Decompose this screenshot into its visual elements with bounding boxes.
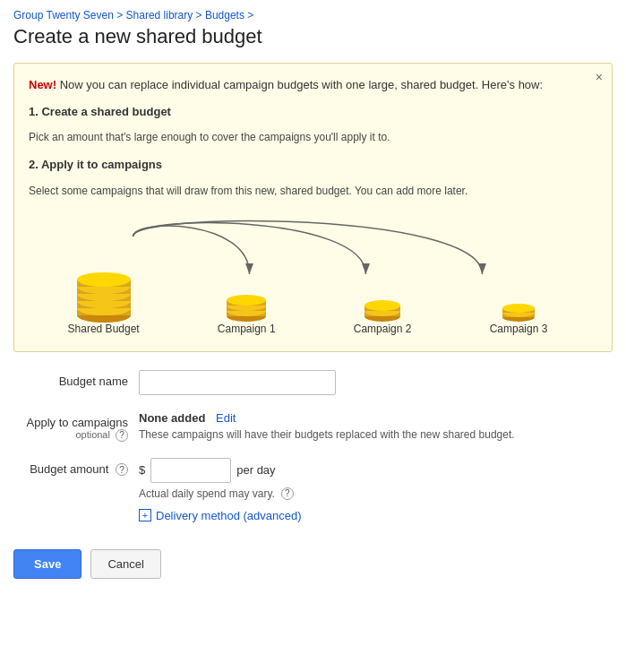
diagram-label-campaign2: Campaign 2 — [354, 323, 412, 335]
budget-name-input[interactable] — [139, 370, 336, 395]
edit-link[interactable]: Edit — [216, 411, 236, 425]
campaign-desc: These campaigns will have their budgets … — [139, 428, 613, 441]
budget-amount-content: $ per day Actual daily spend may vary. ?… — [139, 458, 613, 522]
diagram-label-campaign3: Campaign 3 — [490, 323, 548, 335]
diagram-item-campaign2: Campaign 2 — [354, 282, 412, 335]
coin-stack-campaign1 — [219, 273, 273, 323]
delivery-method-text: Delivery method (advanced) — [156, 509, 302, 522]
diagram-item-shared: Shared Budget — [68, 260, 140, 335]
apply-campaigns-sublabel: optional ? — [13, 429, 128, 442]
actual-spend-note: Actual daily spend may vary. ? — [139, 487, 613, 500]
apply-campaigns-help-icon[interactable]: ? — [116, 429, 128, 442]
diagram-item-campaign3: Campaign 3 — [490, 287, 548, 335]
footer-buttons: Save Cancel — [13, 549, 613, 579]
delivery-method-link[interactable]: + Delivery method (advanced) — [139, 509, 613, 522]
breadcrumb-shared-library[interactable]: Shared library — [126, 9, 193, 22]
budget-amount-input-row: $ per day — [139, 458, 613, 483]
svg-point-18 — [227, 295, 266, 306]
diagram-item-campaign1: Campaign 1 — [218, 273, 276, 335]
svg-point-11 — [77, 272, 131, 287]
page-container: Group Twenty Seven > Shared library > Bu… — [0, 0, 626, 597]
amount-input[interactable] — [150, 458, 231, 483]
per-day-label: per day — [236, 463, 275, 477]
none-added-edit-line: None added Edit — [139, 411, 613, 425]
new-label: New! — [29, 78, 56, 91]
none-added-text: None added — [139, 411, 205, 425]
step2-desc: Select some campaigns that will draw fro… — [29, 183, 587, 199]
actual-spend-help-icon[interactable]: ? — [281, 487, 294, 500]
page-title: Create a new shared budget — [13, 25, 613, 48]
coin-stack-campaign2 — [358, 282, 407, 323]
diagram-coins: Shared Budget Campaign 1 — [29, 260, 587, 335]
dollar-sign: $ — [139, 463, 145, 477]
step1-title: 1. Create a shared budget — [29, 103, 587, 121]
breadcrumb: Group Twenty Seven > Shared library > Bu… — [13, 9, 613, 22]
svg-point-23 — [364, 300, 400, 311]
coin-stack-campaign3 — [496, 287, 541, 323]
budget-amount-row: Budget amount ? $ per day Actual daily s… — [13, 458, 613, 522]
save-button[interactable]: Save — [13, 549, 81, 579]
budget-amount-help-icon[interactable]: ? — [116, 463, 128, 476]
budget-name-label: Budget name — [13, 370, 139, 388]
step2-title: 2. Apply it to campaigns — [29, 156, 587, 174]
budget-name-content — [139, 370, 613, 395]
diagram-wrapper: Shared Budget Campaign 1 — [29, 210, 587, 335]
breadcrumb-budgets[interactable]: Budgets — [205, 9, 244, 22]
apply-campaigns-content: None added Edit These campaigns will hav… — [139, 411, 613, 441]
plus-box-icon: + — [139, 509, 151, 521]
apply-campaigns-label: Apply to campaigns optional ? — [13, 411, 139, 442]
budget-name-row: Budget name — [13, 370, 613, 395]
step1-desc: Pick an amount that's large enough to co… — [29, 129, 587, 145]
info-box: × New! Now you can replace individual ca… — [13, 63, 613, 352]
coin-stack-shared — [68, 260, 140, 323]
close-button[interactable]: × — [596, 71, 603, 83]
cancel-button[interactable]: Cancel — [90, 549, 160, 579]
diagram-label-campaign1: Campaign 1 — [218, 323, 276, 335]
svg-point-28 — [502, 304, 535, 313]
apply-campaigns-row: Apply to campaigns optional ? None added… — [13, 411, 613, 442]
breadcrumb-group[interactable]: Group Twenty Seven — [13, 9, 114, 22]
diagram-label-shared: Shared Budget — [68, 323, 140, 335]
form-section: Budget name Apply to campaigns optional … — [13, 370, 613, 522]
budget-amount-label: Budget amount ? — [13, 458, 139, 477]
intro-text: New! Now you can replace individual camp… — [29, 76, 587, 94]
